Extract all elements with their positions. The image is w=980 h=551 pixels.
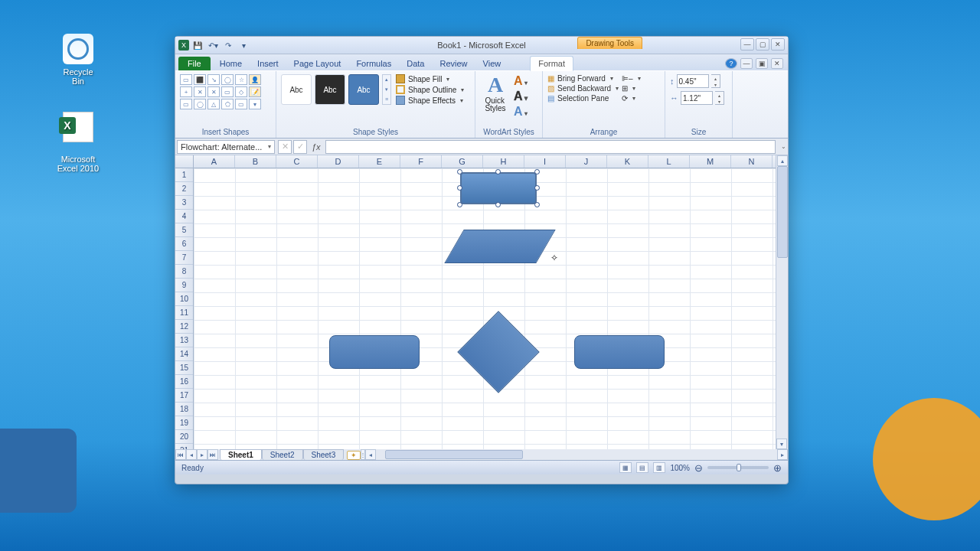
- col-header-G[interactable]: G: [442, 155, 483, 168]
- row-header-11[interactable]: 11: [175, 306, 193, 320]
- tab-insert[interactable]: Insert: [250, 57, 286, 70]
- zoom-in-button[interactable]: ⊕: [773, 462, 782, 474]
- col-header-N[interactable]: N: [731, 155, 773, 168]
- flowchart-alternate-process-selected[interactable]: [460, 172, 537, 204]
- app-icon[interactable]: X: [178, 40, 189, 51]
- desktop-recycle-bin[interactable]: Recycle Bin: [57, 34, 100, 86]
- minimize-button[interactable]: —: [740, 38, 754, 51]
- col-header-B[interactable]: B: [235, 155, 276, 168]
- col-header-L[interactable]: L: [648, 155, 690, 168]
- row-header-17[interactable]: 17: [175, 389, 193, 403]
- cancel-formula-button[interactable]: ✕: [278, 140, 292, 154]
- row-header-20[interactable]: 20: [175, 430, 193, 444]
- col-header-M[interactable]: M: [690, 155, 731, 168]
- qat-redo-button[interactable]: ↷: [221, 38, 235, 52]
- column-headers[interactable]: ABCDEFGHIJKLMN: [194, 155, 776, 168]
- sheet-nav-prev[interactable]: ◂: [186, 449, 197, 460]
- insert-shapes-gallery[interactable]: ▭⬛↘◯☆👤 +✕✕▭◇📝 ▭◯△⬠▭▾: [180, 74, 271, 109]
- view-normal-button[interactable]: ▦: [619, 462, 632, 473]
- formula-bar[interactable]: [325, 140, 776, 154]
- tab-formulas[interactable]: Formulas: [348, 57, 399, 70]
- sheet-tab-1[interactable]: Sheet1: [220, 449, 262, 460]
- rotate-button[interactable]: ⟳ ▾: [622, 94, 641, 103]
- hscroll-thumb[interactable]: [385, 450, 523, 459]
- shape-height-input[interactable]: ↕ 0.45" ▴▾: [670, 74, 727, 88]
- tab-view[interactable]: View: [475, 57, 509, 70]
- shape-fill-button[interactable]: Shape Fill▾: [396, 74, 464, 83]
- col-header-E[interactable]: E: [359, 155, 400, 168]
- row-header-18[interactable]: 18: [175, 403, 193, 416]
- text-effects-icon[interactable]: A▾: [514, 105, 528, 119]
- row-header-2[interactable]: 2: [175, 182, 193, 196]
- shape-style-2[interactable]: Abc: [315, 74, 345, 105]
- col-header-I[interactable]: I: [524, 155, 566, 168]
- row-header-16[interactable]: 16: [175, 375, 193, 389]
- doc-restore-button[interactable]: ▣: [756, 58, 768, 69]
- row-header-6[interactable]: 6: [175, 237, 193, 251]
- flowchart-process-right[interactable]: [574, 335, 665, 369]
- text-fill-icon[interactable]: A▾: [514, 74, 528, 88]
- doc-close-button[interactable]: ✕: [771, 58, 783, 69]
- worksheet-grid[interactable]: ABCDEFGHIJKLMN 1234567891011121314151617…: [175, 155, 788, 460]
- col-header-J[interactable]: J: [566, 155, 607, 168]
- text-outline-icon[interactable]: A▾: [514, 90, 528, 103]
- help-button[interactable]: ?: [725, 58, 737, 69]
- row-header-19[interactable]: 19: [175, 416, 193, 430]
- qat-undo-button[interactable]: ↶▾: [206, 38, 220, 52]
- shape-style-1[interactable]: Abc: [281, 74, 312, 105]
- col-header-H[interactable]: H: [483, 155, 524, 168]
- flowchart-process-left[interactable]: [329, 335, 420, 369]
- sheet-tab-2[interactable]: Sheet2: [262, 449, 303, 460]
- doc-minimize-button[interactable]: —: [740, 58, 753, 69]
- col-header-F[interactable]: F: [400, 155, 442, 168]
- row-header-13[interactable]: 13: [175, 334, 193, 347]
- hscroll-left-button[interactable]: ◂: [365, 449, 376, 460]
- insert-worksheet-button[interactable]: ✦: [347, 451, 361, 460]
- vertical-scrollbar[interactable]: ▴ ▾: [776, 155, 788, 449]
- send-backward-button[interactable]: ▨Send Backward▾: [547, 84, 619, 93]
- row-header-5[interactable]: 5: [175, 223, 193, 237]
- sheet-nav-last[interactable]: ⏭: [207, 449, 218, 460]
- col-header-K[interactable]: K: [607, 155, 648, 168]
- sheet-nav-first[interactable]: ⏮: [175, 449, 186, 460]
- col-header-A[interactable]: A: [194, 155, 235, 168]
- row-header-1[interactable]: 1: [175, 168, 193, 182]
- row-header-12[interactable]: 12: [175, 320, 193, 334]
- row-header-15[interactable]: 15: [175, 361, 193, 375]
- sheet-nav-next[interactable]: ▸: [197, 449, 207, 460]
- select-all-corner[interactable]: [175, 155, 194, 168]
- row-header-10[interactable]: 10: [175, 292, 193, 306]
- name-box[interactable]: Flowchart: Alternate... ▾: [177, 140, 275, 154]
- sheet-tab-3[interactable]: Sheet3: [303, 449, 345, 460]
- hscroll-right-button[interactable]: ▸: [777, 449, 788, 460]
- align-button[interactable]: ⊫– ▾: [622, 74, 641, 83]
- tab-file[interactable]: File: [178, 57, 211, 70]
- shape-width-input[interactable]: ↔ 1.12" ▴▾: [670, 91, 727, 105]
- view-page-layout-button[interactable]: ▤: [636, 462, 648, 473]
- bring-forward-button[interactable]: ▦Bring Forward▾: [547, 74, 619, 83]
- zoom-percent[interactable]: 100%: [670, 464, 690, 472]
- tab-review[interactable]: Review: [432, 57, 475, 70]
- shape-effects-button[interactable]: Shape Effects▾: [396, 96, 464, 105]
- row-header-8[interactable]: 8: [175, 265, 193, 279]
- row-header-3[interactable]: 3: [175, 196, 193, 210]
- quick-styles-button[interactable]: A Quick Styles: [480, 74, 511, 112]
- maximize-button[interactable]: ▢: [756, 38, 769, 51]
- view-page-break-button[interactable]: ▥: [653, 462, 665, 473]
- desktop-excel-shortcut[interactable]: Microsoft Excel 2010: [57, 103, 100, 173]
- row-header-9[interactable]: 9: [175, 279, 193, 292]
- group-button[interactable]: ⊞ ▾: [622, 84, 641, 93]
- qat-customize[interactable]: ▾: [237, 38, 250, 52]
- enter-formula-button[interactable]: ✓: [293, 140, 307, 154]
- row-header-7[interactable]: 7: [175, 251, 193, 265]
- close-button[interactable]: ✕: [771, 38, 785, 51]
- shape-outline-button[interactable]: Shape Outline▾: [396, 85, 464, 94]
- scroll-down-button[interactable]: ▾: [776, 439, 787, 449]
- zoom-out-button[interactable]: ⊖: [694, 462, 703, 474]
- formula-bar-expand[interactable]: ⌄: [779, 143, 788, 150]
- selection-pane-button[interactable]: ▤Selection Pane: [547, 94, 619, 103]
- fx-icon[interactable]: ƒx: [312, 142, 321, 152]
- tab-home[interactable]: Home: [212, 57, 250, 70]
- tab-data[interactable]: Data: [399, 57, 432, 70]
- scroll-up-button[interactable]: ▴: [777, 155, 788, 166]
